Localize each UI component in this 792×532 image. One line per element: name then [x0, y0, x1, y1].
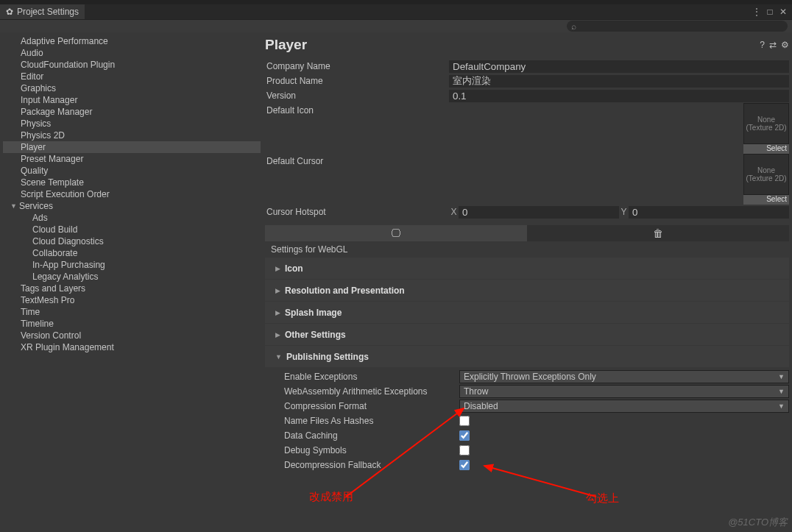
sidebar-item-script-execution-order[interactable]: Script Execution Order — [3, 188, 261, 200]
sidebar-item-editor[interactable]: Editor — [3, 71, 261, 82]
version-label: Version — [265, 91, 449, 101]
compression-format-dropdown[interactable]: Disabled▼ — [459, 400, 789, 413]
sidebar-item-input-manager[interactable]: Input Manager — [3, 94, 261, 106]
foldout-icon[interactable]: ▶Icon — [265, 258, 789, 279]
decompression-fallback-label: Decompression Fallback — [284, 460, 459, 470]
foldout-splash-image[interactable]: ▶Splash Image — [265, 302, 789, 323]
chevron-down-icon: ▼ — [778, 373, 785, 380]
enable-exceptions-label: Enable Exceptions — [284, 372, 459, 382]
sidebar-item-physics-2d[interactable]: Physics 2D — [3, 130, 261, 141]
decompression-fallback-checkbox[interactable] — [459, 460, 470, 470]
annotation-a: 改成禁用 — [309, 490, 353, 504]
product-label: Product Name — [265, 76, 449, 86]
default-cursor-label: Default Cursor — [265, 154, 449, 205]
sidebar-item-in-app-purchasing[interactable]: In-App Purchasing — [3, 259, 261, 271]
platform-tab-standalone[interactable]: 🖵 — [265, 225, 527, 241]
webgl-icon: 🗑 — [653, 227, 663, 239]
window-tab[interactable]: ✿ Project Settings — [0, 4, 85, 19]
search-input[interactable]: ⌕ — [567, 21, 788, 32]
chevron-right-icon: ▶ — [275, 265, 280, 272]
chevron-down-icon: ▼ — [778, 402, 785, 410]
enable-exceptions-dropdown[interactable]: Explicitly Thrown Exceptions Only▼ — [459, 370, 789, 383]
company-label: Company Name — [265, 61, 449, 71]
chevron-down-icon: ▼ — [10, 200, 17, 212]
hotspot-y[interactable] — [629, 206, 789, 219]
compression-format-label: Compression Format — [284, 401, 459, 411]
product-input[interactable] — [449, 75, 789, 88]
chevron-right-icon: ▶ — [275, 287, 280, 294]
x-label: X — [449, 207, 459, 217]
sidebar-item-cloudfoundation-plugin[interactable]: CloudFoundation Plugin — [3, 59, 261, 71]
settings-icon[interactable]: ⇄ — [769, 40, 777, 50]
platform-tab-webgl[interactable]: 🗑 — [527, 225, 789, 241]
window-title: Project Settings — [17, 7, 79, 17]
gear-icon[interactable]: ⚙ — [781, 40, 789, 50]
maximize-icon[interactable]: □ — [764, 7, 776, 17]
sidebar-item-time[interactable]: Time — [3, 306, 261, 318]
default-icon-label: Default Icon — [265, 103, 449, 154]
select-button[interactable]: Select — [743, 144, 789, 154]
foldout-other-settings[interactable]: ▶Other Settings — [265, 324, 789, 345]
sidebar-item-textmesh-pro[interactable]: TextMesh Pro — [3, 294, 261, 306]
sidebar-item-package-manager[interactable]: Package Manager — [3, 106, 261, 118]
help-icon[interactable]: ? — [760, 40, 765, 50]
sidebar-item-timeline[interactable]: Timeline — [3, 318, 261, 330]
sidebar-item-xr-plugin-management[interactable]: XR Plugin Management — [3, 341, 261, 353]
sidebar-item-services[interactable]: ▼ Services — [3, 200, 261, 212]
sidebar-item-scene-template[interactable]: Scene Template — [3, 177, 261, 188]
wasm-exceptions-dropdown[interactable]: Throw▼ — [459, 385, 789, 398]
data-caching-label: Data Caching — [284, 430, 459, 441]
chevron-right-icon: ▶ — [275, 331, 280, 338]
name-files-hashes-checkbox[interactable] — [459, 416, 470, 426]
sidebar-item-version-control[interactable]: Version Control — [3, 330, 261, 341]
data-caching-checkbox[interactable] — [459, 430, 470, 441]
close-icon[interactable]: ✕ — [777, 7, 789, 17]
gear-icon: ✿ — [6, 7, 13, 17]
sidebar-item-tags-and-layers[interactable]: Tags and Layers — [3, 283, 261, 294]
debug-symbols-label: Debug Symbols — [284, 445, 459, 455]
sidebar-item-cloud-diagnostics[interactable]: Cloud Diagnostics — [3, 235, 261, 247]
sidebar-item-ads[interactable]: Ads — [3, 212, 261, 224]
sidebar-item-cloud-build[interactable]: Cloud Build — [3, 224, 261, 235]
default-cursor-field[interactable]: None (Texture 2D) — [743, 154, 789, 195]
watermark: @51CTO博客 — [728, 516, 788, 529]
name-files-hashes-label: Name Files As Hashes — [284, 416, 459, 426]
sidebar-item-physics[interactable]: Physics — [3, 118, 261, 130]
sidebar-item-adaptive-performance[interactable]: Adaptive Performance — [3, 35, 261, 47]
page-title: Player — [265, 37, 307, 53]
wasm-exceptions-label: WebAssembly Arithmetic Exceptions — [284, 386, 459, 397]
chevron-right-icon: ▶ — [275, 309, 280, 316]
version-input[interactable] — [449, 90, 789, 102]
foldout-publishing-settings[interactable]: ▼Publishing Settings — [265, 346, 789, 367]
menu-icon[interactable]: ⋮ — [751, 7, 763, 17]
sidebar-item-legacy-analytics[interactable]: Legacy Analytics — [3, 271, 261, 283]
sidebar-item-audio[interactable]: Audio — [3, 47, 261, 59]
foldout-resolution-and-presentation[interactable]: ▶Resolution and Presentation — [265, 280, 789, 301]
select-button[interactable]: Select — [743, 195, 789, 205]
sidebar-item-quality[interactable]: Quality — [3, 165, 261, 177]
settings-for-label: Settings for WebGL — [265, 241, 789, 258]
sidebar-item-preset-manager[interactable]: Preset Manager — [3, 153, 261, 165]
chevron-down-icon: ▼ — [778, 388, 785, 395]
annotation-b: 勾选上 — [586, 492, 619, 506]
default-icon-field[interactable]: None (Texture 2D) — [743, 103, 789, 144]
y-label: Y — [619, 207, 629, 217]
sidebar-item-graphics[interactable]: Graphics — [3, 82, 261, 94]
debug-symbols-checkbox[interactable] — [459, 445, 470, 455]
sidebar-item-player[interactable]: Player — [3, 141, 261, 153]
company-input[interactable] — [449, 60, 789, 73]
monitor-icon: 🖵 — [391, 227, 401, 239]
sidebar-item-collaborate[interactable]: Collaborate — [3, 247, 261, 259]
titlebar: ✿ Project Settings ⋮ □ ✕ — [0, 4, 792, 19]
hotspot-x[interactable] — [459, 206, 619, 219]
sidebar: Adaptive PerformanceAudioCloudFoundation… — [3, 35, 261, 529]
chevron-down-icon: ▼ — [275, 353, 282, 361]
search-icon: ⌕ — [571, 21, 576, 32]
hotspot-label: Cursor Hotspot — [265, 207, 449, 217]
